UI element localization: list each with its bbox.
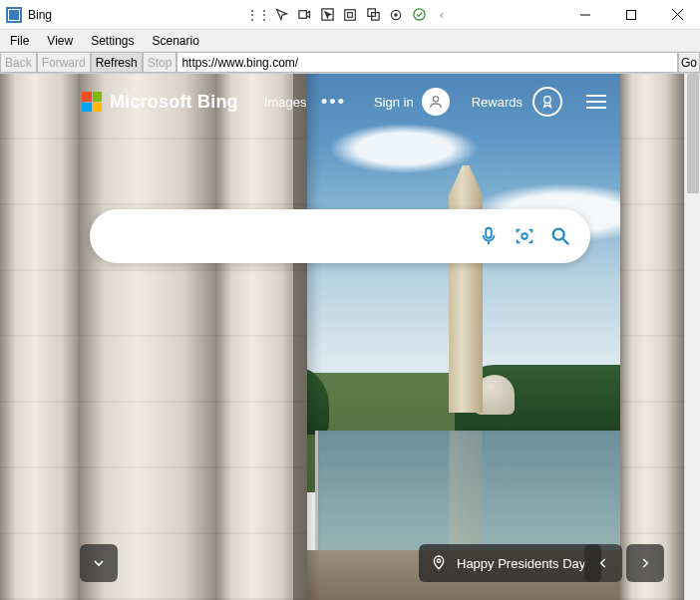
window-title: Bing — [28, 8, 52, 22]
signin-link[interactable]: Sign in — [374, 88, 450, 116]
menu-scenario[interactable]: Scenario — [145, 32, 207, 50]
chevron-left-icon[interactable]: ‹ — [431, 4, 453, 26]
svg-point-22 — [437, 559, 440, 562]
svg-rect-5 — [345, 9, 356, 20]
browser-viewport: Microsoft Bing Images ••• Sign in Reward… — [0, 74, 700, 600]
more-menu-icon[interactable]: ••• — [321, 92, 346, 113]
svg-point-10 — [395, 13, 397, 15]
back-button[interactable]: Back — [0, 52, 37, 73]
svg-rect-18 — [486, 228, 492, 238]
prev-image-button[interactable] — [584, 544, 622, 582]
microphone-icon[interactable] — [473, 220, 505, 252]
bing-homepage: Microsoft Bing Images ••• Sign in Reward… — [0, 74, 684, 600]
user-icon — [422, 88, 450, 116]
grip-icon: ⋮⋮ — [247, 4, 269, 26]
expand-button[interactable] — [80, 544, 118, 582]
next-image-button[interactable] — [626, 544, 664, 582]
hamburger-menu-icon[interactable] — [586, 95, 606, 109]
location-pin-icon — [431, 554, 447, 573]
window-controls — [562, 0, 700, 30]
brand-text: Microsoft Bing — [110, 92, 238, 113]
address-bar[interactable] — [176, 52, 678, 73]
rewards-link[interactable]: Rewards — [472, 95, 523, 110]
svg-point-17 — [544, 97, 551, 104]
browser-navbar: Back Forward Refresh Stop Go — [0, 52, 700, 74]
pointer-icon[interactable] — [316, 4, 338, 26]
maximize-button[interactable] — [608, 0, 654, 30]
washington-monument — [449, 165, 483, 413]
menubar: File View Settings Scenario — [0, 30, 700, 52]
svg-point-20 — [553, 229, 564, 240]
image-caption: Happy Presidents Day — [457, 556, 585, 571]
menu-file[interactable]: File — [2, 32, 37, 50]
microsoft-logo-icon — [82, 92, 102, 112]
signin-label: Sign in — [374, 95, 414, 110]
column — [78, 74, 225, 600]
refresh-button[interactable]: Refresh — [91, 52, 143, 73]
svg-rect-13 — [627, 10, 636, 19]
close-button[interactable] — [654, 0, 700, 30]
column — [0, 74, 86, 600]
minimize-button[interactable] — [562, 0, 608, 30]
bing-logo[interactable]: Microsoft Bing — [82, 92, 238, 113]
nav-images[interactable]: Images — [264, 95, 307, 110]
scrollbar-thumb[interactable] — [687, 74, 699, 193]
toolbar-center: ⋮⋮ ‹ — [247, 4, 453, 26]
svg-rect-2 — [9, 10, 19, 20]
menu-view[interactable]: View — [39, 32, 81, 50]
rewards-medal-icon[interactable] — [532, 87, 562, 117]
check-icon[interactable] — [408, 4, 430, 26]
search-icon[interactable] — [544, 220, 576, 252]
svg-line-21 — [563, 239, 569, 245]
target-icon[interactable] — [385, 4, 407, 26]
go-button[interactable]: Go — [678, 52, 700, 73]
page-header: Microsoft Bing Images ••• Sign in Reward… — [82, 88, 606, 116]
search-bar — [90, 209, 590, 263]
hero-background — [0, 74, 684, 600]
overlap-icon[interactable] — [362, 4, 384, 26]
titlebar: Bing ⋮⋮ ‹ — [0, 0, 700, 30]
stop-button[interactable]: Stop — [143, 52, 177, 73]
svg-point-19 — [522, 233, 527, 239]
svg-rect-3 — [298, 11, 306, 19]
record-icon[interactable] — [293, 4, 315, 26]
forward-button[interactable]: Forward — [37, 52, 91, 73]
square-icon[interactable] — [339, 4, 361, 26]
cursor-select-icon[interactable] — [270, 4, 292, 26]
image-search-icon[interactable] — [509, 220, 540, 252]
app-icon — [6, 7, 22, 23]
vertical-scrollbar[interactable] — [684, 74, 700, 600]
column — [620, 74, 684, 600]
menu-settings[interactable]: Settings — [83, 32, 142, 50]
image-info-pill[interactable]: Happy Presidents Day — [419, 544, 601, 582]
search-input[interactable] — [112, 228, 469, 245]
svg-point-16 — [433, 97, 438, 102]
svg-rect-6 — [348, 12, 353, 17]
svg-point-11 — [413, 9, 424, 20]
